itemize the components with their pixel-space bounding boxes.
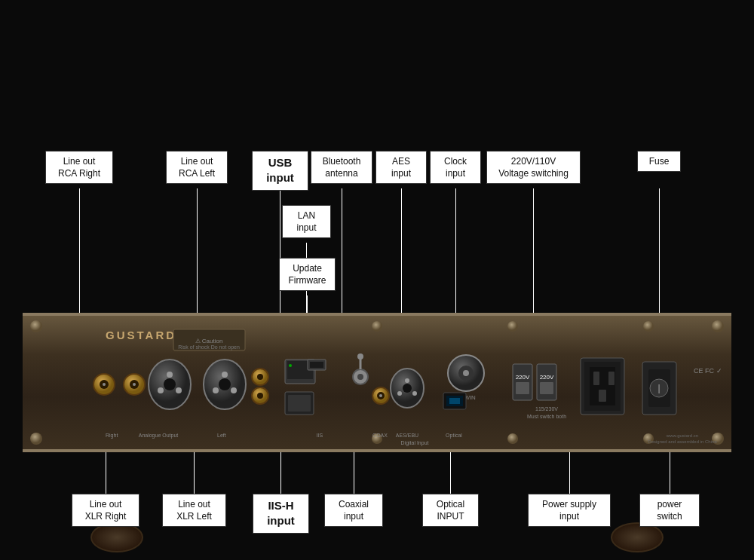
clock-input-line <box>455 188 456 313</box>
svg-rect-66 <box>516 382 529 394</box>
svg-text:|: | <box>657 383 660 393</box>
power-supply-input-line <box>569 452 570 494</box>
line-out-xlr-left-label: Line out XLR Left <box>162 494 226 527</box>
svg-text:220V: 220V <box>516 374 530 381</box>
svg-rect-1 <box>23 313 731 316</box>
svg-point-19 <box>103 383 106 386</box>
device-panel: GUSTARD ⚠ Caution Risk of shock Do not o… <box>23 313 731 452</box>
usb-input-line <box>280 188 280 313</box>
iis-h-input-label: IIS-H input <box>253 494 309 534</box>
line-out-rca-left-line <box>197 188 198 313</box>
aes-input-line <box>401 188 402 313</box>
svg-text:Digital Input: Digital Input <box>401 440 429 446</box>
svg-point-57 <box>405 378 409 383</box>
svg-point-9 <box>507 321 518 332</box>
svg-rect-69 <box>540 382 553 394</box>
main-container: GUSTARD ⚠ Caution Risk of shock Do not o… <box>0 0 754 560</box>
svg-point-11 <box>643 321 654 332</box>
svg-point-5 <box>712 320 724 332</box>
update-firmware-label: Update Firmware <box>279 258 336 291</box>
svg-text:Right: Right <box>106 433 118 439</box>
svg-rect-42 <box>288 395 311 412</box>
svg-point-51 <box>379 394 382 397</box>
usb-input-label: USB input <box>252 151 308 191</box>
svg-rect-2 <box>23 449 731 452</box>
svg-text:Designed and assembled in Chin: Designed and assembled in China <box>648 439 717 444</box>
svg-rect-63 <box>449 398 460 404</box>
svg-point-26 <box>176 387 182 393</box>
svg-text:COAX: COAX <box>372 433 388 438</box>
svg-text:Analogue Output: Analogue Output <box>139 433 179 439</box>
power-switch-label: power switch <box>639 494 700 527</box>
svg-point-10 <box>507 433 518 444</box>
power-supply-input-label: Power supply input <box>528 494 611 527</box>
svg-text:115/230V: 115/230V <box>535 406 558 412</box>
coaxial-input-line <box>354 452 354 494</box>
line-out-xlr-right-label: Line out XLR Right <box>72 494 139 527</box>
svg-point-29 <box>222 372 228 378</box>
line-out-rca-right-label: Line out RCA Right <box>45 151 113 184</box>
fuse-line <box>659 188 660 313</box>
svg-point-7 <box>372 321 382 332</box>
svg-text:AES/EBU: AES/EBU <box>396 433 418 438</box>
power-switch-line <box>670 452 670 494</box>
svg-point-48 <box>357 353 363 360</box>
optical-input-line <box>450 452 451 494</box>
svg-point-24 <box>167 372 173 378</box>
svg-text:Must switch both: Must switch both <box>527 414 566 419</box>
aes-input-label: AES input <box>375 151 427 184</box>
svg-text:www.gustard.cn: www.gustard.cn <box>666 433 698 438</box>
svg-text:220V: 220V <box>540 374 554 381</box>
svg-point-25 <box>158 387 164 393</box>
svg-rect-73 <box>593 372 599 385</box>
svg-point-60 <box>403 384 412 393</box>
svg-rect-75 <box>599 390 606 402</box>
line-out-xlr-right-line <box>106 452 106 494</box>
svg-point-3 <box>30 320 42 332</box>
bluetooth-antenna-line <box>342 188 342 313</box>
svg-point-59 <box>412 391 417 396</box>
svg-text:GUSTARD: GUSTARD <box>106 329 176 341</box>
line-out-rca-right-line <box>79 188 80 313</box>
svg-point-54 <box>463 370 469 376</box>
svg-text:CE FC ✓: CE FC ✓ <box>694 367 722 375</box>
svg-point-31 <box>231 387 237 393</box>
line-out-rca-left-label: Line out RCA Left <box>166 151 228 184</box>
svg-text:Optical: Optical <box>446 433 462 439</box>
lan-input-label: LAN input <box>282 205 331 238</box>
svg-point-36 <box>257 393 263 399</box>
svg-text:IIS: IIS <box>317 433 323 438</box>
clock-input-label: Clock input <box>430 151 481 184</box>
svg-point-32 <box>219 378 231 390</box>
svg-point-27 <box>164 378 176 390</box>
svg-point-46 <box>357 374 363 380</box>
svg-text:Left: Left <box>217 433 226 438</box>
svg-point-58 <box>397 391 402 396</box>
svg-rect-44 <box>310 362 323 368</box>
svg-point-22 <box>133 383 136 386</box>
svg-text:Risk of shock Do not open: Risk of shock Do not open <box>178 344 240 350</box>
svg-point-34 <box>257 374 263 380</box>
svg-point-39 <box>289 364 292 367</box>
update-firmware-line <box>307 295 308 313</box>
voltage-switching-line <box>533 188 534 313</box>
bluetooth-antenna-label: Bluetooth antenna <box>311 151 372 184</box>
svg-rect-74 <box>608 372 615 385</box>
svg-point-4 <box>30 433 42 445</box>
fuse-label: Fuse <box>637 151 681 172</box>
svg-point-30 <box>213 387 219 393</box>
line-out-xlr-left-line <box>194 452 195 494</box>
svg-text:⚠ Caution: ⚠ Caution <box>195 338 223 344</box>
coaxial-input-label: Coaxial input <box>324 494 383 527</box>
optical-input-label: Optical INPUT <box>422 494 479 527</box>
voltage-switching-label: 220V/110V Voltage switching <box>486 151 581 184</box>
iis-h-input-line <box>280 452 281 494</box>
